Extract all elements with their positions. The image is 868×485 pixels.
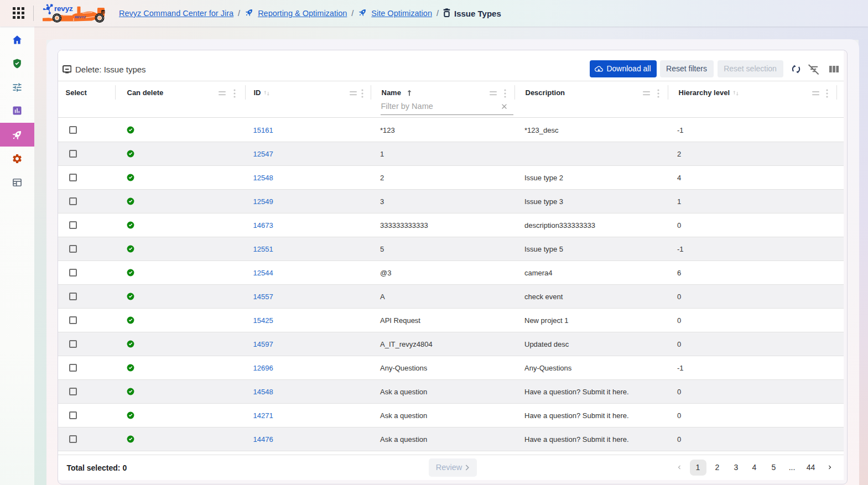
svg-text:42: 42 xyxy=(102,11,105,14)
svg-text:revyz: revyz xyxy=(54,4,73,13)
svg-text:REVYZ: REVYZ xyxy=(75,15,86,19)
